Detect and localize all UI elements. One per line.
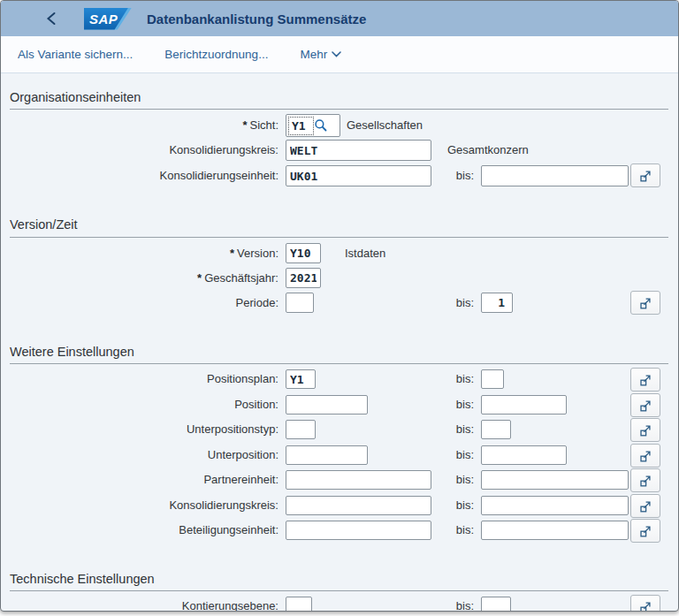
konsolidierungskreis-input[interactable] (286, 140, 431, 161)
section-title-weitere: Weitere Einstellungen (10, 345, 134, 359)
header-bar: SAP Datenbankanlistung Summensätze (1, 1, 678, 36)
periode-input[interactable] (286, 293, 314, 313)
partnereinheit-input[interactable] (286, 470, 431, 490)
bis-label: bis: (416, 395, 474, 414)
section-title-technisch: Technische Einstellungen (10, 572, 155, 586)
field-row-konskreis2: Konsolidierungskreis: bis: (1, 496, 678, 515)
field-row-gjahr: *Geschäftsjahr: (1, 268, 678, 288)
beteiligungseinheit-bis-input[interactable] (481, 521, 629, 540)
multi-select-icon (638, 399, 652, 413)
field-label: Position: (1, 395, 278, 414)
field-row-kontierung: Kontierungsebene: bis: (1, 597, 678, 612)
field-row-position: Position: bis: (1, 395, 678, 414)
partnereinheit-bis-input[interactable] (481, 470, 629, 490)
section-divider (10, 590, 668, 591)
version-input[interactable] (286, 243, 321, 263)
multi-select-icon (638, 449, 652, 463)
field-row-periode: Periode: bis: (1, 293, 678, 313)
field-description: Istdaten (345, 243, 385, 263)
back-icon[interactable] (45, 11, 59, 27)
konsolidierungskreis2-bis-input[interactable] (481, 496, 629, 515)
section-divider (10, 363, 668, 364)
unterpositionstyp-input[interactable] (286, 420, 316, 439)
bis-label: bis: (416, 496, 474, 515)
more-button[interactable]: Mehr (300, 48, 341, 61)
unterposition-bis-input[interactable] (481, 445, 567, 465)
field-row-konseinheit: Konsolidierungseinheit: bis: (1, 165, 678, 186)
kontierungsebene-bis-input[interactable] (481, 597, 511, 612)
section-divider (10, 109, 668, 110)
multi-select-button[interactable] (630, 164, 660, 187)
sap-logo: SAP (84, 8, 132, 30)
field-row-untertyp: Unterpositionstyp: bis: (1, 420, 678, 439)
geschaeftsjahr-input[interactable] (286, 268, 321, 288)
multi-select-icon (638, 296, 652, 310)
field-row-sicht: *Sicht: Y1 Gesellschaften (1, 114, 678, 135)
bis-label: bis: (416, 165, 474, 186)
field-label: Konsolidierungskreis: (1, 140, 278, 161)
sap-logo-text: SAP (89, 11, 118, 27)
bis-label: bis: (416, 445, 474, 465)
position-input[interactable] (286, 395, 368, 414)
field-description: Gesamtkonzern (447, 140, 529, 161)
multi-select-icon (638, 600, 652, 612)
multi-select-icon (638, 373, 652, 387)
field-row-partner: Partnereinheit: bis: (1, 470, 678, 490)
field-label: Unterpositionstyp: (1, 420, 278, 439)
field-label: Kontierungsebene: (1, 597, 278, 612)
multi-select-button[interactable] (630, 368, 660, 392)
field-row-unterpos: Unterposition: bis: (1, 445, 678, 465)
positionsplan-input[interactable] (286, 369, 316, 389)
more-label: Mehr (300, 48, 327, 61)
field-label: Periode: (1, 293, 278, 313)
beteiligungseinheit-input[interactable] (286, 521, 431, 540)
bis-label: bis: (416, 420, 474, 439)
bis-label: bis: (416, 470, 474, 490)
field-label: *Version: (1, 243, 278, 263)
field-row-beteiligung: Beteiligungseinheit: bis: (1, 521, 678, 540)
bis-label: bis: (416, 597, 474, 612)
section-divider (10, 237, 668, 238)
multi-select-button[interactable] (630, 595, 660, 612)
kontierungsebene-input[interactable] (286, 597, 312, 612)
toolbar: Als Variante sichern... Berichtzuordnung… (1, 36, 678, 73)
field-label: Beteiligungseinheit: (1, 521, 278, 540)
multi-select-icon (638, 423, 652, 437)
multi-select-icon (638, 524, 652, 538)
field-label: *Sicht: (1, 114, 278, 137)
section-title-version: Version/Zeit (10, 217, 78, 232)
multi-select-button[interactable] (630, 468, 660, 492)
konsolidierungseinheit-bis-input[interactable] (481, 165, 629, 186)
multi-select-icon (638, 169, 652, 183)
unterposition-input[interactable] (286, 445, 368, 465)
multi-select-icon (638, 474, 652, 488)
field-row-positionsplan: Positionsplan: bis: (1, 369, 678, 389)
bis-label: bis: (416, 369, 474, 389)
multi-select-button[interactable] (630, 494, 660, 518)
sap-window: SAP Datenbankanlistung Summensätze Als V… (0, 0, 679, 612)
field-description: Gesellschaften (347, 114, 423, 137)
konsolidierungseinheit-input[interactable] (286, 165, 431, 186)
report-assignment-button[interactable]: Berichtzuordnung... (164, 48, 268, 61)
save-variant-button[interactable]: Als Variante sichern... (18, 48, 133, 61)
unterpositionstyp-bis-input[interactable] (481, 420, 511, 439)
chevron-down-icon (332, 51, 341, 57)
field-row-konskreis: Konsolidierungskreis: Gesamtkonzern (1, 140, 678, 161)
multi-select-button[interactable] (630, 393, 660, 417)
field-label: Konsolidierungskreis: (1, 496, 278, 515)
field-label: Positionsplan: (1, 369, 278, 389)
sicht-input[interactable]: Y1 (286, 114, 340, 137)
field-label: Unterposition: (1, 445, 278, 465)
search-icon[interactable] (314, 118, 328, 133)
multi-select-button[interactable] (630, 444, 660, 468)
page-title: Datenbankanlistung Summensätze (147, 11, 366, 27)
position-bis-input[interactable] (481, 395, 567, 414)
bis-label: bis: (416, 521, 474, 540)
konsolidierungskreis2-input[interactable] (286, 496, 431, 515)
sicht-value: Y1 (289, 118, 313, 134)
positionsplan-bis-input[interactable] (481, 369, 504, 389)
multi-select-button[interactable] (630, 418, 660, 442)
multi-select-button[interactable] (630, 519, 660, 543)
periode-bis-input[interactable] (481, 293, 513, 313)
multi-select-button[interactable] (630, 291, 660, 315)
